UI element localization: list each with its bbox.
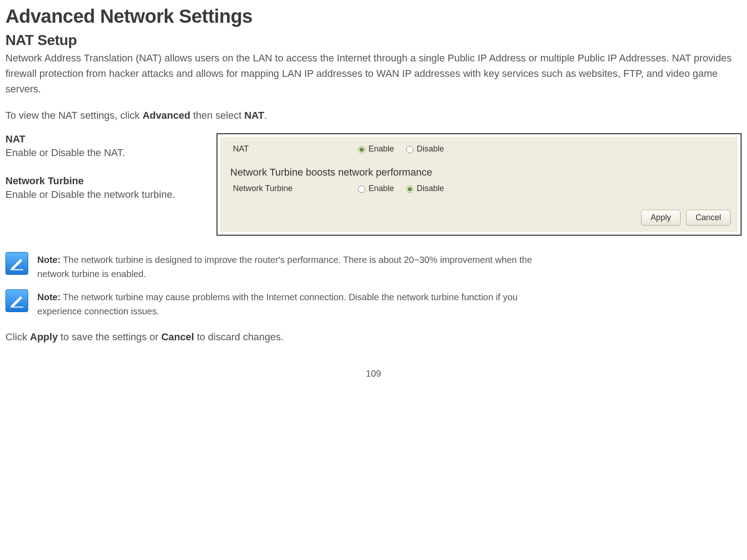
note-2-label: Note: [37, 292, 61, 302]
note-2-text: Note: The network turbine may cause prob… [37, 290, 556, 318]
note-1-label: Note: [37, 255, 61, 265]
nat-enable-option[interactable]: Enable [356, 144, 394, 154]
settings-panel: NAT Enable Disable Network Turbine boost… [217, 133, 742, 236]
nat-disable-radio[interactable] [406, 146, 414, 153]
desc-turbine: Network Turbine Enable or Disable the ne… [5, 175, 206, 201]
section-title: NAT Setup [5, 32, 742, 49]
nat-disable-option[interactable]: Disable [404, 144, 444, 154]
turbine-disable-option[interactable]: Disable [404, 184, 444, 193]
closing-suffix: to discard changes. [194, 331, 284, 343]
desc-nat-title: NAT [5, 133, 206, 145]
turbine-enable-text: Enable [368, 184, 394, 193]
turbine-enable-radio[interactable] [358, 186, 365, 193]
closing-cancel: Cancel [161, 331, 194, 343]
cancel-button[interactable]: Cancel [686, 210, 731, 226]
closing-apply: Apply [30, 331, 58, 343]
desc-nat: NAT Enable or Disable the NAT. [5, 133, 206, 159]
nat-enable-radio[interactable] [358, 146, 365, 153]
turbine-disable-radio[interactable] [406, 186, 414, 193]
apply-button[interactable]: Apply [641, 210, 681, 226]
note-icon [5, 252, 28, 275]
turbine-subhead: Network Turbine boosts network performan… [230, 166, 732, 178]
nav-prefix: To view the NAT settings, click [5, 110, 142, 121]
nav-nat: NAT [244, 110, 264, 121]
nav-instruction: To view the NAT settings, click Advanced… [5, 110, 742, 121]
nav-advanced: Advanced [142, 110, 190, 121]
nat-disable-text: Disable [417, 144, 444, 154]
nat-row: NAT Enable Disable [226, 144, 732, 154]
nav-suffix: . [264, 110, 267, 121]
turbine-enable-option[interactable]: Enable [356, 184, 394, 193]
closing-instruction: Click Apply to save the settings or Canc… [5, 331, 742, 343]
desc-turbine-title: Network Turbine [5, 175, 206, 187]
svg-rect-1 [10, 307, 23, 308]
page-number: 109 [5, 368, 742, 379]
turbine-row: Network Turbine Enable Disable [226, 184, 732, 193]
note-1-body: The network turbine is designed to impro… [37, 255, 532, 279]
turbine-label: Network Turbine [226, 184, 356, 193]
note-1: Note: The network turbine is designed to… [5, 252, 742, 281]
note-2-body: The network turbine may cause problems w… [37, 292, 518, 316]
nat-enable-text: Enable [368, 144, 394, 154]
page-title: Advanced Network Settings [5, 5, 742, 27]
nav-mid: then select [190, 110, 244, 121]
desc-nat-text: Enable or Disable the NAT. [5, 147, 206, 159]
note-1-text: Note: The network turbine is designed to… [37, 253, 556, 281]
svg-rect-0 [10, 269, 23, 270]
closing-prefix: Click [5, 331, 30, 343]
note-icon [5, 289, 28, 312]
closing-mid: to save the settings or [58, 331, 161, 343]
note-2: Note: The network turbine may cause prob… [5, 289, 742, 318]
turbine-disable-text: Disable [417, 184, 444, 193]
nat-label: NAT [226, 144, 356, 154]
desc-turbine-text: Enable or Disable the network turbine. [5, 189, 206, 201]
intro-paragraph: Network Address Translation (NAT) allows… [5, 50, 742, 97]
